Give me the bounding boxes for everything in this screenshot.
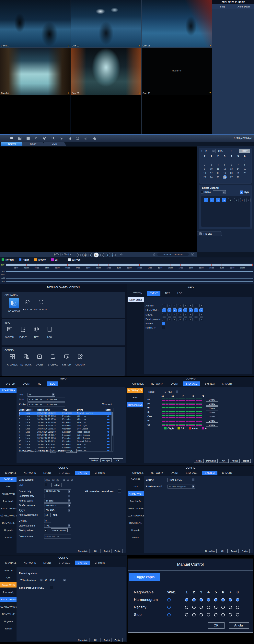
camera-tile-1[interactable]: Cam 01 ? [0,0,71,48]
camera-tile-4[interactable]: Cam 04 ? [0,48,71,95]
syn-checkbox[interactable]: ✓ [240,190,243,194]
radio-icon[interactable] [185,598,188,602]
auto-side-basical[interactable]: BASICAL [0,568,16,573]
single-view-icon[interactable] [10,136,13,140]
basic-side-domy-lne[interactable]: DOMYŚLNE [0,520,16,526]
auto-side-domy-lne[interactable]: DOMYŚLNE [0,612,16,617]
log-row[interactable]: 6Local2025-02-26 21:02:23OperationUser L… [19,427,113,430]
schedule-bar-ai[interactable] [162,425,202,426]
detail-eye-icon[interactable] [107,444,109,445]
radio-icon[interactable] [229,598,232,602]
dvr-number-input[interactable]: 8 [44,519,51,523]
storage-zapisz-button[interactable]: Zapisz [241,459,251,463]
basic-tab-storage[interactable]: STORAGE [56,470,73,475]
radio-icon[interactable] [200,613,203,616]
channel-chip-2[interactable]: 2 [210,198,214,202]
auto-side-toolbar[interactable]: Toolbar [0,626,16,631]
storage-side-d-zarz-dza[interactable]: D ZARZĄDZA [127,388,143,393]
manual-channel-radio[interactable] [212,598,219,602]
selec-checkbox[interactable] [201,191,204,194]
basic-zapisz-button[interactable]: Zapisz [113,549,122,553]
basic-side-toolbar[interactable]: Toolbar [0,535,16,540]
schedule-bar-continuous[interactable] [162,420,202,420]
output-side-upgrade[interactable]: Upgrade [128,528,144,533]
calendar-day[interactable]: 6 [228,163,235,167]
startup-wizard-button[interactable]: Startup Wizard [51,528,68,532]
alarm-detail-column-header[interactable]: Alarm Detail [233,4,254,9]
dst-checkbox[interactable] [44,483,47,486]
detail-eye-icon[interactable] [107,422,109,423]
radio-icon[interactable] [185,613,188,616]
calendar-month-select[interactable]: 2 [204,149,216,153]
calendar-day[interactable]: 27 [228,175,235,179]
calendar-day[interactable]: 26 [221,175,228,179]
timeline-day-bar[interactable] [6,264,253,266]
time-format-dropdown[interactable]: 24-godz [44,499,71,503]
alarm-out-icon[interactable] [35,136,38,140]
info-log-tab-net[interactable]: NET [35,382,45,386]
search-button[interactable]: Wyszukaj [101,402,113,406]
basic-side-u-ytkownicy[interactable]: UŻYTKOWNICY [0,513,16,518]
calendar-day[interactable]: 20 [228,171,235,175]
skip-fwd-30s-button[interactable]: 30s>| [62,253,71,256]
manual-channel-radio[interactable] [183,613,190,616]
channel-select-dropdown[interactable] [213,190,226,194]
auto-tab-channel[interactable]: CHANNEL [2,560,19,565]
camera-tile-empty-2[interactable] [71,95,142,134]
date-format-dropdown[interactable]: RRRR MM DD [44,489,71,493]
camera-tile-2[interactable]: Cam 02 ? [71,0,142,48]
dst-set-button[interactable]: Ustaw [51,483,62,487]
auto-side-konfig-wyj-[interactable]: Konfig. Wyjść [0,582,16,588]
tab-smart[interactable]: Smart [22,142,45,146]
manual-channel-radio[interactable] [227,598,234,602]
radio-icon[interactable] [214,606,218,609]
legend-color-swatch[interactable]: ✓ [34,258,37,261]
output-side-toolbar[interactable]: Toolbar [128,535,144,540]
camera-tile-3[interactable]: Cam 03 ? [142,0,212,48]
log-row[interactable]: 11Local2025-02-26 20:50:07ExceptionVideo… [19,443,113,446]
timezone-dropdown[interactable]: GMT+08:00 [44,504,71,508]
manual-all-radio[interactable] [167,606,183,609]
snap-column-header[interactable]: Snap [212,4,233,9]
auto-tab-storage[interactable]: STORAGE [56,560,73,565]
info-event-tab-log[interactable]: LOG [175,291,185,296]
calendar-day[interactable]: 7 [235,163,242,167]
schedule-bar-ai[interactable] [162,408,202,410]
calendar-day[interactable]: 8 [242,163,248,167]
log-row[interactable]: 8Local2025-02-26 21:01:57ExceptionVideo … [19,434,113,437]
radio-icon[interactable] [185,606,188,609]
basic-side-auto-zadania[interactable]: AUTO ZADANIA [0,506,16,511]
log-row[interactable]: 5Local2025-02-26 21:02:23OperationUser L… [19,424,113,427]
storage-tab-system[interactable]: SYSTEM [202,382,217,386]
help-icon[interactable]: ? [209,92,211,94]
channel-chip-8[interactable]: 8 [246,198,251,202]
schedule-ustaw-button[interactable]: Ustaw [206,423,218,427]
detail-eye-icon[interactable] [107,428,109,430]
log-row[interactable]: 10Local2025-02-26 21:01:51ExceptionNetwo… [19,440,113,443]
calendar-day[interactable]: 21 [235,171,242,175]
step-fwd-button[interactable]: ▶ [106,253,110,257]
calendar-today-button[interactable]: Today [239,149,250,153]
calendar-day[interactable]: 14 [235,167,242,171]
continuous-record-button[interactable]: Ciągły zapis [129,573,160,581]
end-datetime-field[interactable]: 2025 - 02 - 27 00 : 00 : 00 [27,402,65,406]
radio-icon[interactable] [236,606,239,609]
output-side-basical[interactable]: BASICAL [128,477,144,482]
siren-icon[interactable] [76,136,79,140]
radio-icon[interactable] [192,598,196,602]
storage-ok-button[interactable]: OK [219,459,229,463]
calendar-day[interactable]: 16 [201,171,208,175]
mute-icon[interactable] [120,253,123,256]
output-side-tour-konfig[interactable]: Tour Konfig [128,498,144,504]
manual-channel-radio[interactable] [234,606,241,609]
log-ok-button[interactable]: OK [113,458,123,462]
legend-color-swatch[interactable]: ✓ [51,258,54,261]
channel-chip-1[interactable]: 1 [204,198,208,202]
playback-grid-icon[interactable] [68,136,71,140]
start-datetime-field[interactable]: 2025 - 02 - 26 00 : 00 : 00 [27,398,65,402]
log-backup-button[interactable]: Backup [89,458,99,462]
nine-view-icon[interactable] [26,136,30,140]
manual-channel-radio[interactable] [190,606,198,609]
radio-icon[interactable] [207,606,210,609]
menu-item-chmury[interactable]: CHMURY [71,353,89,374]
